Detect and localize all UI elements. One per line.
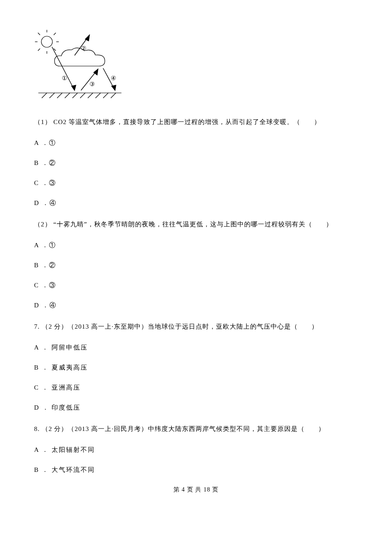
q7-opt-a: A ． 阿留申低压 (34, 344, 358, 352)
q8-opt-a: A ． 太阳辐射不同 (34, 446, 358, 454)
svg-text:①: ① (62, 75, 67, 81)
svg-marker-16 (112, 85, 116, 90)
q8-opt-b: B ． 大气环流不同 (34, 466, 358, 474)
page-footer: 第 4 页 共 18 页 (34, 486, 358, 494)
svg-point-0 (41, 36, 52, 47)
q2-opt-b: B ．② (34, 261, 358, 269)
svg-line-20 (57, 93, 62, 98)
q8-stem: 8. （2 分）（2013 高一上·回民月考）中纬度大陆东西两岸气候类型不同，其… (34, 424, 358, 434)
q2-opt-d: D ．④ (34, 301, 358, 309)
svg-marker-10 (72, 85, 76, 90)
svg-marker-14 (94, 69, 98, 75)
q1-opt-a: A ．① (34, 139, 358, 147)
q1-opt-b: B ．② (34, 159, 358, 167)
svg-line-22 (72, 93, 78, 98)
q2-stem: （2） “十雾九晴”，秋冬季节晴朗的夜晚，往往气温更低，这与上图中的哪一过程较弱… (34, 219, 358, 229)
q7-stem: 7. （2 分）（2013 高一上·东至期中）当地球位于远日点时，亚欧大陆上的气… (34, 321, 358, 332)
svg-line-24 (88, 93, 93, 98)
q1-opt-d: D ．④ (34, 199, 358, 207)
q7-opt-c: C ． 亚洲高压 (34, 384, 358, 392)
svg-line-23 (80, 93, 85, 98)
svg-line-18 (42, 93, 47, 98)
svg-line-26 (103, 93, 108, 98)
svg-line-6 (54, 33, 56, 35)
svg-text:④: ④ (111, 75, 116, 81)
svg-line-27 (111, 93, 116, 98)
radiation-diagram: ① ② ③ ④ (34, 30, 358, 104)
q2-opt-c: C ．③ (34, 281, 358, 289)
svg-text:②: ② (81, 45, 86, 52)
page-content: ① ② ③ ④ （1） CO2 等温室气体增多，直接导致了上图哪一过程的增强，从… (0, 0, 392, 506)
q7-opt-b: B ． 夏威夷高压 (34, 364, 358, 372)
svg-line-19 (49, 93, 55, 98)
q1-opt-c: C ．③ (34, 179, 358, 187)
svg-line-7 (38, 49, 40, 51)
svg-text:③: ③ (89, 81, 95, 87)
q7-opt-d: D ． 印度低压 (34, 404, 358, 412)
q2-opt-a: A ．① (34, 241, 358, 249)
q1-stem: （1） CO2 等温室气体增多，直接导致了上图哪一过程的增强，从而引起了全球变暖… (34, 117, 358, 127)
svg-line-21 (65, 93, 70, 98)
svg-line-25 (95, 93, 101, 98)
svg-line-5 (38, 33, 40, 35)
